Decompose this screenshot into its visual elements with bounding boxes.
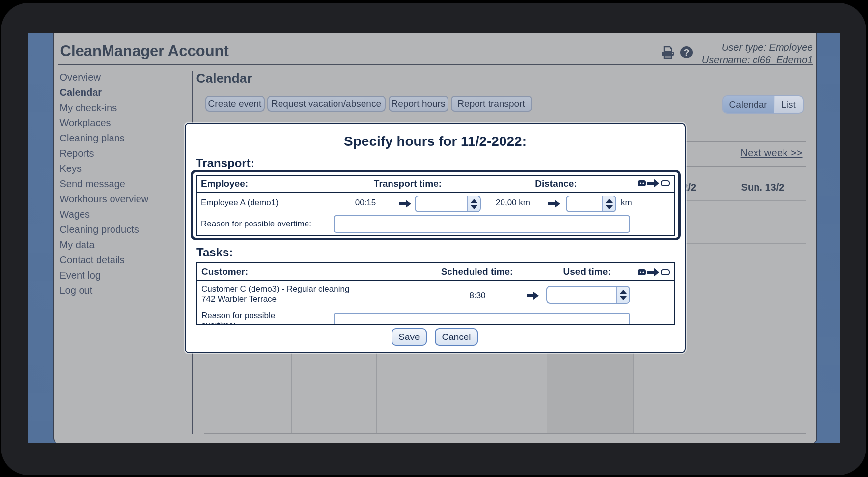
sidebar-item-cleaning-plans[interactable]: Cleaning plans bbox=[60, 131, 193, 146]
transport-scheduled-distance: 20,00 km bbox=[496, 198, 530, 208]
transport-scheduled-time: 00:15 bbox=[355, 198, 376, 208]
view-toggle: Calendar List bbox=[722, 95, 804, 114]
next-week-link[interactable]: Next week >> bbox=[741, 147, 803, 159]
sidebar-item-keys[interactable]: Keys bbox=[60, 161, 193, 176]
task-customer-name: Customer C (demo3) - Regular cleaning 74… bbox=[201, 284, 349, 304]
tasks-table: Customer: Scheduled time: Used time: Cus… bbox=[196, 262, 675, 325]
customer-address-line: 742 Warbler Terrace bbox=[201, 294, 277, 304]
tasks-col-customer: Customer: bbox=[201, 266, 248, 277]
dialog-buttons: Save Cancel bbox=[186, 328, 685, 348]
transport-distance-spinner[interactable] bbox=[602, 196, 615, 211]
screenshot-stage: CleanManager Account ? User type: Employ… bbox=[0, 0, 868, 477]
transport-employee-name: Employee A (demo1) bbox=[201, 198, 279, 208]
save-button[interactable]: Save bbox=[392, 328, 427, 346]
page-title: Calendar bbox=[196, 71, 252, 86]
sidebar-nav: Overview Calendar My check-ins Workplace… bbox=[60, 70, 193, 298]
distance-unit-label: km bbox=[621, 198, 632, 208]
transport-time-value[interactable] bbox=[416, 196, 467, 211]
transport-col-time: Transport time: bbox=[374, 178, 442, 189]
spin-up-icon[interactable] bbox=[620, 290, 627, 294]
username: Username: cl66_Edemo1 bbox=[594, 54, 813, 66]
create-event-button[interactable]: Create event bbox=[205, 96, 265, 112]
sidebar-item-wages[interactable]: Wages bbox=[60, 207, 193, 222]
spin-up-icon[interactable] bbox=[471, 199, 477, 203]
sidebar-item-workplaces[interactable]: Workplaces bbox=[60, 115, 193, 131]
arrow-right-icon bbox=[548, 200, 560, 208]
copy-scheduled-to-used-icon[interactable] bbox=[637, 267, 670, 277]
task-reason-label: Reason for possible overtime: bbox=[201, 311, 275, 325]
specify-hours-dialog: Specify hours for 11/2-2022: Transport: … bbox=[185, 123, 686, 353]
sidebar-item-my-check-ins[interactable]: My check-ins bbox=[60, 100, 193, 115]
spin-down-icon[interactable] bbox=[471, 205, 477, 209]
sidebar-item-overview[interactable]: Overview bbox=[60, 70, 193, 85]
tasks-col-scheduled: Scheduled time: bbox=[441, 266, 513, 277]
transport-header-divider bbox=[197, 192, 674, 193]
sidebar-item-log-out[interactable]: Log out bbox=[60, 283, 193, 298]
cancel-button[interactable]: Cancel bbox=[435, 328, 478, 346]
spin-down-icon[interactable] bbox=[606, 205, 613, 209]
report-hours-button[interactable]: Report hours bbox=[389, 96, 448, 112]
sidebar-item-event-log[interactable]: Event log bbox=[60, 268, 193, 283]
sidebar-item-calendar[interactable]: Calendar bbox=[60, 85, 193, 100]
user-type: User type: Employee bbox=[594, 41, 813, 54]
tasks-header-divider bbox=[197, 280, 674, 281]
transport-reason-label: Reason for possible overtime: bbox=[201, 219, 311, 229]
report-transport-button[interactable]: Report transport bbox=[451, 96, 532, 112]
customer-name-line: Customer C (demo3) - Regular cleaning bbox=[201, 284, 349, 294]
sidebar-item-cleaning-products[interactable]: Cleaning products bbox=[60, 222, 193, 237]
transport-time-input[interactable] bbox=[415, 196, 481, 212]
dialog-title: Specify hours for 11/2-2022: bbox=[186, 134, 685, 149]
spin-up-icon[interactable] bbox=[606, 199, 613, 203]
sidebar-item-contact-details[interactable]: Contact details bbox=[60, 253, 193, 268]
copy-scheduled-to-actual-icon[interactable] bbox=[637, 178, 670, 188]
arrow-right-icon bbox=[399, 200, 411, 208]
request-vacation-button[interactable]: Request vacation/absence bbox=[267, 96, 386, 112]
reason-label-line: Reason for possible bbox=[201, 311, 275, 320]
sidebar-item-reports[interactable]: Reports bbox=[60, 146, 193, 161]
transport-table: Employee: Transport time: Distance: Empl… bbox=[196, 175, 675, 236]
used-time-spinner[interactable] bbox=[616, 287, 629, 303]
used-time-input[interactable] bbox=[546, 286, 630, 304]
task-reason-input[interactable] bbox=[334, 313, 630, 325]
arrow-right-icon bbox=[527, 292, 539, 300]
reason-label-line: overtime: bbox=[201, 320, 236, 325]
transport-col-employee: Employee: bbox=[201, 178, 248, 189]
sidebar-item-workhours-overview[interactable]: Workhours overview bbox=[60, 192, 193, 207]
spin-down-icon[interactable] bbox=[620, 296, 627, 300]
task-scheduled-time: 8:30 bbox=[469, 291, 485, 301]
transport-distance-input[interactable] bbox=[566, 196, 616, 212]
transport-distance-value[interactable] bbox=[567, 196, 602, 211]
tasks-col-used: Used time: bbox=[563, 266, 611, 277]
tasks-heading: Tasks: bbox=[196, 246, 233, 259]
transport-heading: Transport: bbox=[196, 156, 254, 170]
used-time-value[interactable] bbox=[547, 287, 616, 303]
sidebar-item-my-data[interactable]: My data bbox=[60, 237, 193, 253]
transport-time-spinner[interactable] bbox=[467, 196, 480, 211]
transport-col-distance: Distance: bbox=[535, 178, 577, 189]
day-header-sun: Sun. 13/2 bbox=[721, 180, 805, 195]
toggle-calendar-button[interactable]: Calendar bbox=[723, 96, 775, 113]
transport-reason-input[interactable] bbox=[334, 215, 630, 233]
app-title: CleanManager Account bbox=[60, 42, 229, 60]
toggle-list-button[interactable]: List bbox=[775, 96, 803, 113]
sidebar-item-send-message[interactable]: Send message bbox=[60, 176, 193, 192]
grid-line bbox=[720, 175, 720, 433]
user-info: User type: Employee Username: cl66_Edemo… bbox=[594, 41, 813, 66]
